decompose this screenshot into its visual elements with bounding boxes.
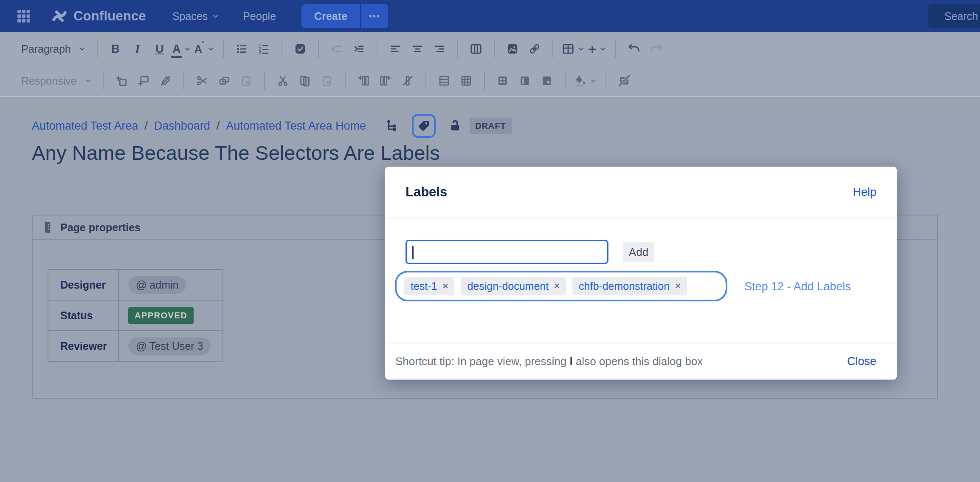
merge-cells-button[interactable]: [435, 70, 453, 92]
chevron-down-icon: [184, 45, 191, 53]
help-link[interactable]: Help: [853, 186, 876, 199]
delete-column-icon: [401, 74, 414, 87]
more-formatting-button[interactable]: Aº: [194, 38, 214, 60]
layout-button[interactable]: [467, 38, 485, 60]
cut-alt-icon: [196, 74, 208, 87]
page-tree-icon: [386, 119, 399, 133]
breadcrumb-link-page[interactable]: Automated Test Area Home: [226, 119, 366, 133]
copy-row-button[interactable]: [215, 70, 234, 92]
insert-table-button[interactable]: [562, 38, 585, 60]
chevron-down-icon: [212, 13, 219, 20]
italic-button[interactable]: I: [128, 38, 147, 60]
user-mention: @ Test User 3: [128, 337, 211, 355]
copy-button[interactable]: [296, 70, 314, 92]
copy-alt-icon: [218, 74, 231, 87]
label-chip[interactable]: chfb-demonstration ×: [572, 277, 687, 295]
app-switcher-icon[interactable]: [15, 8, 32, 25]
outdent-button: [327, 38, 346, 60]
align-right-button[interactable]: [430, 38, 449, 60]
delete-column-button[interactable]: [398, 70, 417, 92]
header-row-button[interactable]: [493, 70, 512, 92]
bullet-list-button[interactable]: [232, 38, 251, 60]
create-button[interactable]: Create: [301, 4, 360, 28]
editor-toolbar-table: Responsive: [0, 65, 980, 97]
clear-formatting-icon: [159, 74, 172, 87]
link-icon: [528, 43, 541, 55]
label-chip[interactable]: design-document ×: [461, 277, 566, 295]
remove-label-icon[interactable]: ×: [554, 281, 560, 292]
restrictions-button[interactable]: [448, 119, 462, 133]
copy-icon: [299, 74, 311, 87]
label-chip-text: chfb-demonstration: [579, 280, 670, 292]
clear-cell-button[interactable]: [156, 70, 175, 92]
nav-people-link[interactable]: People: [243, 10, 276, 23]
label-chip-text: test-1: [411, 280, 437, 292]
row-label: Reviewer: [48, 331, 118, 361]
labels-dialog-header: Labels Help: [385, 167, 897, 218]
delete-table-button[interactable]: [615, 70, 634, 92]
image-icon: [506, 43, 519, 55]
shortcut-tip: Shortcut tip: In page view, pressing l a…: [395, 355, 703, 368]
task-list-button[interactable]: [291, 38, 310, 60]
remove-label-icon[interactable]: ×: [443, 281, 448, 292]
breadcrumb-separator: /: [217, 119, 220, 133]
table-icon: [562, 43, 574, 55]
labels-dialog-footer: Shortcut tip: In page view, pressing l a…: [385, 343, 897, 380]
breadcrumb-link-space[interactable]: Automated Test Area: [32, 119, 138, 133]
cut-row-button[interactable]: [193, 70, 211, 92]
split-cells-button[interactable]: [457, 70, 476, 92]
table-row: Designer @ admin: [48, 269, 223, 300]
breadcrumb-link-dashboard[interactable]: Dashboard: [154, 119, 210, 133]
cut-button[interactable]: [273, 70, 292, 92]
add-column-after-button[interactable]: [376, 70, 395, 92]
numbered-list-button[interactable]: 123: [254, 38, 273, 60]
table-row: Status APPROVED: [48, 300, 223, 331]
breadcrumb-separator: /: [144, 119, 148, 133]
add-button[interactable]: Add: [623, 242, 654, 262]
header-cell-button[interactable]: [538, 70, 556, 92]
close-link[interactable]: Close: [847, 355, 876, 368]
add-column-before-button[interactable]: [354, 70, 373, 92]
style-dropdown[interactable]: Paragraph: [19, 38, 88, 60]
paste-button: [318, 70, 336, 92]
align-center-button[interactable]: [408, 38, 427, 60]
undo-button[interactable]: [625, 38, 643, 60]
insert-row-button[interactable]: [134, 70, 153, 92]
unlock-icon: [448, 119, 462, 133]
insert-image-button[interactable]: [503, 38, 522, 60]
align-left-button[interactable]: [386, 38, 405, 60]
nav-spaces-menu[interactable]: Spaces: [172, 10, 219, 23]
app-name: Confluence: [73, 9, 146, 24]
label-input[interactable]: [406, 240, 608, 264]
remove-label-icon[interactable]: ×: [675, 281, 681, 292]
cut-icon: [276, 74, 289, 87]
paste-row-button: [237, 70, 256, 92]
add-column-before-icon: [357, 74, 370, 87]
label-chip[interactable]: test-1 ×: [404, 277, 454, 295]
labels-button[interactable]: [417, 119, 431, 133]
create-more-button[interactable]: •••: [360, 4, 388, 28]
text-color-button[interactable]: A: [172, 38, 191, 60]
insert-more-button[interactable]: +: [588, 38, 607, 60]
labels-list-highlight: test-1 × design-document × chfb-demonstr…: [395, 271, 727, 301]
insert-column-button[interactable]: [112, 70, 131, 92]
underline-button[interactable]: U: [150, 38, 169, 60]
bold-button[interactable]: B: [106, 38, 125, 60]
indent-button[interactable]: [349, 38, 368, 60]
label-tag-icon: [417, 119, 431, 133]
delete-table-icon: [618, 74, 631, 87]
merge-cells-icon: [438, 74, 451, 87]
chevron-down-icon: [599, 45, 606, 53]
table-mode-dropdown[interactable]: Responsive: [19, 70, 94, 92]
page-title[interactable]: Any Name Because The Selectors Are Label…: [32, 141, 440, 164]
confluence-logo[interactable]: Confluence: [51, 8, 146, 25]
page-tree-button[interactable]: [386, 119, 399, 133]
chevron-down-icon: [577, 45, 585, 53]
search-input[interactable]: Search: [928, 4, 980, 28]
insert-link-button[interactable]: [525, 38, 544, 60]
page-properties-table: Designer @ admin Status APPROVED Reviewe…: [48, 269, 223, 362]
breadcrumb: Automated Test Area / Dashboard / Automa…: [32, 114, 512, 138]
cell-color-button[interactable]: [574, 70, 597, 92]
labels-button-highlight: [412, 114, 436, 138]
header-column-button[interactable]: [515, 70, 534, 92]
